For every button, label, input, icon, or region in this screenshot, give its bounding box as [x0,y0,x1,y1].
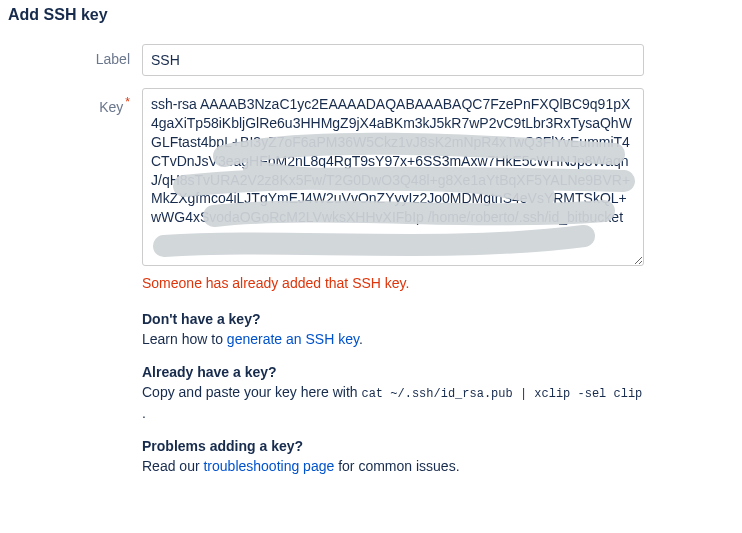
page-title: Add SSH key [8,6,734,24]
label-input[interactable] [142,44,644,76]
key-row: Key* ssh-rsa AAAAB3NzaC1yc2EAAAADAQABAAA… [8,88,734,291]
copy-command-code: cat ~/.ssh/id_rsa.pub | xclip -sel clip [361,387,642,401]
troubleshooting-link[interactable]: troubleshooting page [203,458,334,474]
key-field-label: Key* [8,88,142,115]
help-problems-heading: Problems adding a key? [142,438,644,454]
help-have-key-text: Copy and paste your key here with cat ~/… [142,382,644,424]
generate-ssh-key-link[interactable]: generate an SSH key [227,331,359,347]
key-textarea[interactable]: ssh-rsa AAAAB3NzaC1yc2EAAAADAQABAAABAQC7… [142,88,644,266]
label-field-label: Label [8,44,142,67]
help-have-key-heading: Already have a key? [142,364,644,380]
help-no-key-text: Learn how to generate an SSH key. [142,329,644,350]
help-problems-text: Read our troubleshooting page for common… [142,456,644,477]
help-no-key-heading: Don't have a key? [142,311,644,327]
error-message: Someone has already added that SSH key. [142,275,644,291]
label-row: Label [8,44,734,76]
required-asterisk: * [125,95,130,109]
